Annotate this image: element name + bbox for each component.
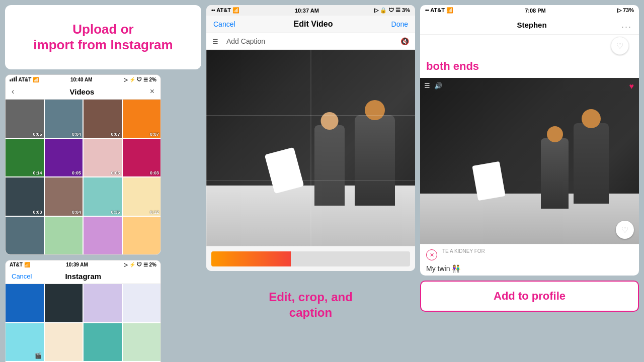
caption-bar: ☰ Add Caption 🔇	[206, 33, 415, 50]
x-badge: ✕	[426, 249, 437, 260]
instagram-phone: AT&T 📶 10:39 AM ▷ ⚡ 🛡 ☰ 2% Cancel Instag…	[5, 260, 161, 362]
videos-status-bar: AT&T 📶 10:40 AM ▷ ⚡ 🛡 ☰ 2%	[6, 75, 160, 84]
video-thumb[interactable]: 0:12	[123, 177, 161, 216]
video-thumb[interactable]: 0:03	[6, 177, 44, 216]
heart-icon-2: ♡	[621, 225, 628, 235]
scrubber-fill	[211, 251, 291, 266]
middle-panel: •• AT&T 📶 10:37 AM ▷ 🔒 🛡 ☰ 3% Cancel Edi…	[206, 5, 415, 325]
add-caption-btn[interactable]: Add Caption	[226, 37, 265, 45]
edit-done-btn[interactable]: Done	[391, 20, 408, 28]
instagram-thumb[interactable]: 🎬	[6, 323, 44, 361]
instagram-grid: 🎬 🎬	[6, 284, 160, 362]
edit-status-bar: •• AT&T 📶 10:37 AM ▷ 🔒 🛡 ☰ 3%	[206, 5, 415, 16]
scrubber-track[interactable]	[211, 251, 410, 266]
left-panel: Upload orimport from Instagram AT&T 📶 10…	[5, 5, 201, 362]
instagram-status-bar: AT&T 📶 10:39 AM ▷ ⚡ 🛡 ☰ 2%	[6, 260, 160, 269]
videos-back-btn[interactable]: ‹	[12, 87, 14, 96]
towel2	[472, 161, 505, 201]
profile-battery: ▷ 73%	[617, 7, 634, 14]
profile-time: 7:08 PM	[525, 8, 546, 14]
sound-icon: 🔊	[434, 82, 442, 89]
hamburger-icon: ☰	[424, 82, 430, 89]
edit-cancel-btn[interactable]: Cancel	[213, 20, 235, 28]
videos-nav-title: Videos	[70, 87, 95, 96]
edit-carrier: •• AT&T 📶	[211, 7, 239, 14]
edit-bottom-label: Edit, crop, andcaption	[206, 271, 415, 325]
video-thumb[interactable]	[45, 217, 83, 255]
chef-head2	[582, 109, 601, 128]
mute-icon[interactable]: 🔇	[400, 37, 409, 45]
videos-battery: ▷ ⚡ 🛡 ☰ 2%	[124, 77, 156, 82]
edit-video-phone: •• AT&T 📶 10:37 AM ▷ 🔒 🛡 ☰ 3% Cancel Edi…	[206, 5, 415, 271]
video-thumb[interactable]: 0:35	[84, 177, 122, 216]
video-thumb[interactable]: 0:14	[6, 139, 44, 177]
instagram-carrier: AT&T 📶	[10, 262, 30, 267]
partial-post-label: TE A KIDNEY FOR	[442, 248, 485, 254]
video-icon: 🎬	[35, 352, 42, 359]
instagram-thumb[interactable]	[123, 284, 161, 322]
edit-crop-caption-label: Edit, crop, andcaption	[211, 279, 410, 325]
partial-post-content: TE A KIDNEY FOR	[442, 248, 485, 255]
video-thumb[interactable]: 0:05	[84, 139, 122, 177]
video-grid-lines	[206, 50, 415, 246]
instagram-thumb[interactable]	[123, 323, 161, 361]
instagram-nav-bar: Cancel Instagram	[6, 269, 160, 284]
caption-menu-icon: ☰	[212, 38, 218, 45]
video-scrubber[interactable]	[206, 246, 415, 271]
red-heart-icon: ♥	[629, 82, 634, 91]
upload-box: Upload orimport from Instagram	[5, 5, 201, 69]
right-panel: •• AT&T 📶 7:08 PM ▷ 73% Stephen ... ♡ bo…	[420, 5, 639, 312]
instagram-thumb[interactable]	[6, 284, 44, 322]
edit-time: 10:37 AM	[295, 8, 319, 14]
videos-carrier: AT&T 📶	[10, 76, 39, 82]
videos-time: 10:40 AM	[70, 77, 93, 82]
profile-status-bar: •• AT&T 📶 7:08 PM ▷ 73%	[420, 5, 639, 16]
video-thumb[interactable]: 0:05	[6, 100, 44, 138]
partial-post: ✕ TE A KIDNEY FOR	[420, 244, 639, 264]
add-to-profile-btn[interactable]: Add to profile	[420, 281, 639, 312]
videos-phone: AT&T 📶 10:40 AM ▷ ⚡ 🛡 ☰ 2% ‹ Videos × 0:…	[5, 74, 161, 255]
edit-battery: ▷ 🔒 🛡 ☰ 3%	[374, 7, 410, 14]
instagram-battery: ▷ ⚡ 🛡 ☰ 2%	[124, 262, 156, 267]
edit-nav-title: Edit Video	[294, 20, 333, 29]
instagram-cancel-btn[interactable]: Cancel	[12, 273, 32, 280]
video-thumb[interactable]: 0:03	[123, 139, 161, 177]
video-thumb[interactable]: 0:04	[45, 100, 83, 138]
chef-figure2-right	[574, 123, 609, 204]
heart-btn-2[interactable]: ♡	[616, 221, 634, 239]
video-thumb[interactable]	[123, 217, 161, 255]
profile-nav-title: Stephen	[517, 21, 546, 29]
video-thumb[interactable]: 0:05	[45, 139, 83, 177]
profile-carrier: •• AT&T 📶	[425, 7, 453, 14]
video-thumb[interactable]: 0:07	[84, 100, 122, 138]
videos-nav-bar: ‹ Videos ×	[6, 84, 160, 100]
videos-grid: 0:05 0:04 0:07 0:07 0:14 0:05	[6, 100, 160, 254]
add-to-profile-label: Add to profile	[494, 290, 566, 303]
instagram-thumb[interactable]	[84, 284, 122, 322]
video-thumb[interactable]	[6, 217, 44, 255]
videos-close-btn[interactable]: ×	[150, 87, 154, 96]
profile-phone: •• AT&T 📶 7:08 PM ▷ 73% Stephen ... ♡ bo…	[420, 5, 639, 276]
instagram-time: 10:39 AM	[66, 262, 88, 267]
instagram-thumb[interactable]	[45, 284, 83, 322]
instagram-thumb[interactable]	[45, 323, 83, 361]
profile-more-btn[interactable]: ...	[621, 20, 632, 30]
upload-title: Upload orimport from Instagram	[33, 22, 173, 53]
my-twin-text: My twin 👫	[420, 264, 639, 276]
video-overlay-icons: ☰ 🔊	[424, 82, 442, 89]
video-thumb[interactable]	[84, 217, 122, 255]
heart-btn-1[interactable]: ♡	[611, 37, 629, 55]
heart-icon-1: ♡	[616, 41, 623, 51]
edit-nav-bar: Cancel Edit Video Done	[206, 16, 415, 33]
video-preview	[206, 50, 415, 246]
video-thumb[interactable]: 0:07	[123, 100, 161, 138]
video-thumb[interactable]: 0:04	[45, 177, 83, 216]
instagram-nav-title: Instagram	[65, 272, 101, 281]
profile-nav-bar: Stephen ...	[420, 16, 639, 35]
profile-video-preview: ☰ 🔊 ♥ ♡	[420, 78, 639, 244]
instagram-thumb[interactable]	[84, 323, 122, 361]
both-ends-text: both ends	[420, 58, 639, 78]
